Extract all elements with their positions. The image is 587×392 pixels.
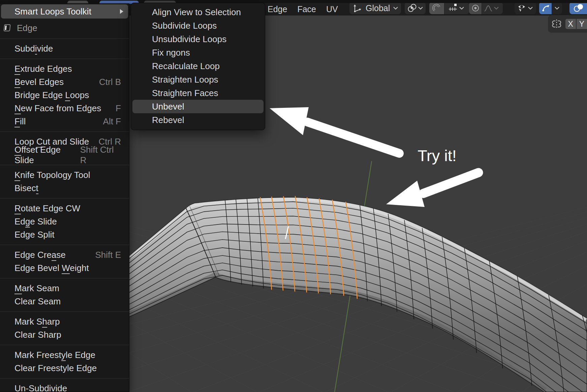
- submenu-item-subdivide-loops[interactable]: Subdivide Loops: [132, 19, 264, 32]
- menu-item-knife-topology-tool[interactable]: Knife Topology Tool: [0, 169, 129, 182]
- gizmo-icon: [541, 3, 550, 13]
- object-visibility-dropdown[interactable]: [515, 2, 536, 14]
- show-object-types-icon: [516, 3, 527, 13]
- orientation-label: Global: [366, 3, 390, 13]
- mirror-y-button[interactable]: Y: [577, 19, 587, 29]
- menu-uv[interactable]: UV: [321, 3, 343, 16]
- menu-item-label: Clear Seam: [14, 296, 61, 307]
- menu-separator: [0, 378, 129, 379]
- menu-item-fill[interactable]: FillAlt F: [0, 115, 129, 128]
- proportional-group: [469, 2, 503, 14]
- edge-context-menu: Smart Loops Toolkit Edge SubdivideExtrud…: [0, 3, 129, 392]
- gizmo-dropdown[interactable]: [552, 2, 562, 14]
- edge-menu-items: SubdivideExtrude EdgesBevel EdgesCtrl BB…: [0, 38, 129, 392]
- menu-item-shortcut: Shift Ctrl R: [80, 145, 121, 165]
- tool-settings-mirror: X Y: [548, 15, 587, 33]
- menu-item-new-face-from-edges[interactable]: New Face from EdgesF: [0, 102, 129, 115]
- menu-item-label: Edge Crease: [14, 250, 66, 260]
- menu-face[interactable]: Face: [292, 3, 321, 16]
- menu-item-label: New Face from Edges: [14, 103, 101, 114]
- menu-item-label: Clear Freestyle Edge: [14, 363, 97, 373]
- menu-item-offset-edge-slide[interactable]: Offset Edge SlideShift Ctrl R: [0, 148, 129, 161]
- menu-item-label: Extrude Edges: [14, 64, 72, 74]
- menu-item-edge-crease[interactable]: Edge CreaseShift E: [0, 248, 129, 262]
- submenu-item-label: Unbevel: [152, 101, 184, 112]
- menu-item-clear-sharp[interactable]: Clear Sharp: [0, 328, 129, 341]
- menu-item-label: Bevel Edges: [14, 77, 64, 87]
- proportional-editing-toggle[interactable]: [469, 2, 482, 14]
- snap-toggle-button[interactable]: [429, 2, 444, 14]
- menu-item-extrude-edges[interactable]: Extrude Edges: [0, 62, 129, 76]
- submenu-item-label: Rebevel: [152, 115, 184, 125]
- chevron-down-icon: [528, 6, 533, 10]
- submenu-item-rebevel[interactable]: Rebevel: [132, 113, 264, 127]
- menu-item-mark-seam[interactable]: Mark Seam: [0, 282, 129, 295]
- chevron-down-icon: [418, 6, 423, 10]
- menu-item-edge-split[interactable]: Edge Split: [0, 228, 129, 241]
- menu-separator: [0, 278, 129, 278]
- menu-item-label: Un-Subdivide: [14, 383, 67, 392]
- menu-item-shortcut: Ctrl B: [99, 77, 121, 87]
- submenu-item-label: Unsubdivide Loops: [152, 34, 226, 44]
- submenu-item-unbevel[interactable]: Unbevel: [132, 100, 264, 113]
- submenu-item-label: Straighten Loops: [152, 74, 218, 85]
- menu-item-label: Clear Sharp: [14, 330, 61, 340]
- menu-item-bisect[interactable]: Bisect: [0, 182, 129, 195]
- menu-item-label: Fill: [14, 116, 26, 127]
- snap-target-dropdown[interactable]: [444, 2, 469, 14]
- overlays-toggle[interactable]: [569, 2, 587, 14]
- smart-loops-submenu: Align View to SelectionSubdivide LoopsUn…: [131, 3, 265, 130]
- menu-item-mark-freestyle-edge[interactable]: Mark Freestyle Edge: [0, 349, 129, 362]
- menu-item-subdivide[interactable]: Subdivide: [0, 42, 129, 55]
- submenu-item-label: Fix ngons: [152, 48, 190, 58]
- menu-section-header-edge: Edge: [0, 21, 129, 35]
- mirror-icon: [551, 18, 563, 30]
- menu-item-edge-slide[interactable]: Edge Slide: [0, 215, 129, 228]
- menu-item-label: Mark Freestyle Edge: [14, 350, 95, 360]
- mirror-x-button[interactable]: X: [565, 19, 576, 29]
- menu-item-label: Edge Split: [14, 230, 55, 240]
- edge-select-icon: [3, 23, 12, 33]
- menu-item-label: Bridge Edge Loops: [14, 90, 89, 100]
- submenu-item-label: Straighten Faces: [152, 88, 218, 98]
- submenu-item-label: Align View to Selection: [152, 7, 241, 18]
- gizmo-group: [539, 2, 563, 14]
- menu-edge[interactable]: Edge: [262, 3, 292, 16]
- menu-section-label: Edge: [17, 23, 37, 33]
- transform-orientation-icon: [352, 3, 362, 13]
- menu-item-edge-bevel-weight[interactable]: Edge Bevel Weight: [0, 262, 129, 275]
- menu-item-label: Bisect: [14, 183, 38, 193]
- menu-item-bridge-edge-loops[interactable]: Bridge Edge Loops: [0, 89, 129, 102]
- menu-item-shortcut: F: [116, 103, 121, 114]
- menu-item-mark-sharp[interactable]: Mark Sharp: [0, 315, 129, 328]
- menu-separator: [0, 311, 129, 312]
- chevron-down-icon: [459, 6, 464, 10]
- submenu-item-align-view-to-selection[interactable]: Align View to Selection: [132, 5, 264, 19]
- pivot-point-dropdown[interactable]: [405, 2, 426, 14]
- menu-item-clear-freestyle-edge[interactable]: Clear Freestyle Edge: [0, 362, 129, 375]
- submenu-item-straighten-loops[interactable]: Straighten Loops: [132, 73, 264, 86]
- menu-separator: [0, 198, 129, 199]
- menu-item-rotate-edge-cw[interactable]: Rotate Edge CW: [0, 202, 129, 215]
- snap-group: [429, 2, 469, 14]
- submenu-item-recalculate-loop[interactable]: Recalculate Loop: [132, 59, 264, 73]
- chevron-down-icon: [393, 6, 398, 10]
- menu-item-label: Mark Seam: [14, 283, 59, 294]
- menu-item-clear-seam[interactable]: Clear Seam: [0, 295, 129, 308]
- submenu-item-fix-ngons[interactable]: Fix ngons: [132, 46, 264, 59]
- menu-item-label: Smart Loops Toolkit: [14, 6, 91, 17]
- gizmos-toggle[interactable]: [539, 2, 552, 14]
- menu-item-label: Edge Slide: [14, 216, 57, 227]
- falloff-dropdown[interactable]: [482, 2, 503, 14]
- try-it-annotation: Try it!: [418, 147, 457, 164]
- menu-item-un-subdivide[interactable]: Un-Subdivide: [0, 382, 129, 392]
- transform-orientation-dropdown[interactable]: Global: [349, 2, 401, 14]
- pivot-point-icon: [407, 3, 417, 13]
- chevron-down-icon: [554, 6, 560, 10]
- menu-item-smart-loops-toolkit[interactable]: Smart Loops Toolkit: [1, 4, 128, 19]
- menu-item-bevel-edges[interactable]: Bevel EdgesCtrl B: [0, 76, 129, 89]
- submenu-item-unsubdivide-loops[interactable]: Unsubdivide Loops: [132, 32, 264, 46]
- menu-item-label: Rotate Edge CW: [14, 203, 80, 214]
- blender-window: Try it! Edge Face UV Global: [0, 0, 587, 392]
- submenu-item-straighten-faces[interactable]: Straighten Faces: [132, 86, 264, 100]
